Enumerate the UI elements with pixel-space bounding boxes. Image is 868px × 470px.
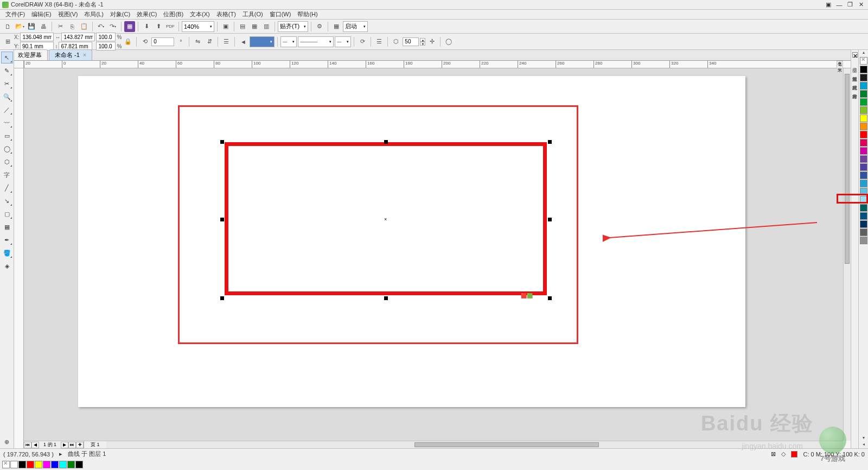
redo-button[interactable]: ↷▾ bbox=[107, 21, 118, 32]
freehand-tool[interactable]: ／ bbox=[1, 104, 13, 116]
docker-tab-obj-styles[interactable]: 对象样式 bbox=[851, 79, 858, 84]
color-swatch[interactable] bbox=[860, 66, 867, 73]
doc-color-swatch[interactable] bbox=[75, 461, 83, 468]
color-swatch[interactable] bbox=[860, 204, 867, 212]
ellipse-tool[interactable]: ◯ bbox=[1, 143, 13, 155]
publish-pdf-button[interactable]: PDF bbox=[165, 21, 176, 32]
app-launcher-icon[interactable]: ▦ bbox=[331, 21, 342, 32]
connector-tool[interactable]: ↘ bbox=[1, 195, 13, 207]
selection-handle-w[interactable] bbox=[220, 218, 224, 221]
outline-spinner[interactable]: ▴▾ bbox=[420, 38, 425, 46]
open-button[interactable]: 📂▾ bbox=[14, 21, 25, 32]
menu-layout[interactable]: 布局(L) bbox=[81, 10, 106, 18]
color-swatch[interactable] bbox=[860, 74, 867, 81]
mirror-h-button[interactable]: ⇋ bbox=[192, 36, 203, 47]
units-label[interactable]: 毫米 bbox=[837, 61, 843, 68]
tab-welcome[interactable]: 欢迎屏幕 bbox=[12, 49, 48, 60]
scale-x-input[interactable] bbox=[96, 33, 116, 41]
new-button[interactable]: 🗋 bbox=[2, 21, 13, 32]
scrollbar-thumb[interactable] bbox=[845, 74, 850, 264]
selection-center-icon[interactable]: × bbox=[384, 217, 387, 222]
order-button[interactable]: ☰ bbox=[221, 36, 232, 47]
drop-shadow-tool[interactable]: ▢ bbox=[1, 208, 13, 220]
selection-handle-sw[interactable] bbox=[220, 296, 224, 300]
parallel-dim-tool[interactable]: ╱ bbox=[1, 182, 13, 194]
save-button[interactable]: 💾 bbox=[26, 21, 37, 32]
color-swatch[interactable] bbox=[860, 163, 867, 171]
doc-color-swatch[interactable] bbox=[18, 461, 26, 468]
menu-window[interactable]: 窗口(W) bbox=[266, 10, 295, 18]
outline-color-swatch[interactable] bbox=[791, 451, 797, 458]
transparency-tool[interactable]: ▦ bbox=[1, 221, 13, 233]
object-props-button[interactable]: ◯ bbox=[443, 36, 454, 47]
line-start-combo[interactable]: —▾ bbox=[280, 36, 297, 47]
color-eyedrop-tool[interactable]: ✒ bbox=[1, 234, 13, 246]
wrap-text-button[interactable]: ☰ bbox=[374, 36, 385, 47]
doc-color-swatch[interactable] bbox=[10, 461, 18, 468]
menu-bitmap[interactable]: 位图(B) bbox=[160, 10, 187, 18]
color-swatch[interactable] bbox=[860, 147, 867, 155]
lock-ratio-button[interactable]: 🔒 bbox=[123, 36, 133, 47]
page-first-button[interactable]: ⏮ bbox=[24, 442, 31, 448]
x-position-input[interactable] bbox=[20, 33, 54, 41]
color-swatch[interactable] bbox=[860, 115, 867, 122]
tab-close-icon[interactable]: × bbox=[83, 52, 86, 58]
undo-button[interactable]: ↶▾ bbox=[95, 21, 106, 32]
color-swatch[interactable] bbox=[860, 139, 867, 147]
docker-tab-obj-distrib[interactable]: 对象分布 bbox=[851, 88, 858, 92]
docker-tab-hints[interactable]: 提示 bbox=[851, 62, 858, 66]
close-curve-button[interactable]: ⟳ bbox=[357, 36, 368, 47]
rectangle-tool[interactable]: ▭ bbox=[1, 130, 13, 142]
palette-scroll-down[interactable]: ▾ bbox=[860, 435, 867, 442]
outline-icon[interactable]: ◇ bbox=[781, 450, 786, 458]
close-button[interactable]: ✕ bbox=[856, 1, 866, 9]
menu-help[interactable]: 帮助(H) bbox=[294, 10, 321, 18]
cut-button[interactable]: ✂ bbox=[55, 21, 66, 32]
line-end-combo[interactable]: —▾ bbox=[335, 36, 351, 47]
color-swatch[interactable] bbox=[860, 180, 867, 187]
fullscreen-button[interactable]: ▣ bbox=[220, 21, 231, 32]
start-arrow-combo[interactable]: ▾ bbox=[250, 36, 275, 47]
vertical-scrollbar[interactable] bbox=[843, 68, 851, 441]
print-button[interactable]: 🖶 bbox=[38, 21, 49, 32]
menu-edit[interactable]: 编辑(E) bbox=[28, 10, 55, 18]
outline-plus-button[interactable]: ✢ bbox=[426, 36, 437, 47]
selection-handle-n[interactable] bbox=[384, 140, 388, 144]
docker-tab-obj-props[interactable]: 对象属性 bbox=[851, 71, 858, 75]
doc-color-swatch[interactable] bbox=[27, 461, 34, 468]
page-prev-button[interactable]: ◀ bbox=[31, 442, 39, 448]
interactive-fill-tool[interactable]: 🪣 bbox=[1, 247, 13, 259]
snap-combo[interactable]: 贴齐(T)▾ bbox=[278, 21, 308, 32]
palette-expand[interactable]: ◂ bbox=[860, 442, 867, 448]
drawing-page[interactable]: × 🟥🟩 bbox=[78, 76, 745, 407]
color-swatch[interactable] bbox=[860, 90, 867, 98]
selection-handle-se[interactable] bbox=[548, 296, 552, 300]
menu-object[interactable]: 对象(C) bbox=[107, 10, 133, 18]
color-swatch[interactable] bbox=[860, 172, 867, 179]
color-swatch[interactable] bbox=[860, 82, 867, 90]
mirror-v-button[interactable]: ⇵ bbox=[204, 36, 215, 47]
width-input[interactable] bbox=[61, 33, 95, 41]
pick-tool[interactable]: ↖ bbox=[1, 52, 13, 63]
doc-color-swatch[interactable] bbox=[35, 461, 42, 468]
show-grid-button[interactable]: ▦ bbox=[249, 21, 260, 32]
zoom-tool[interactable]: 🔍 bbox=[1, 91, 13, 103]
scale-y-input[interactable] bbox=[96, 42, 116, 50]
page-add-button[interactable]: ✚ bbox=[76, 442, 84, 448]
line-style-combo[interactable]: ————▾ bbox=[298, 36, 334, 47]
horizontal-scrollbar[interactable] bbox=[24, 441, 843, 448]
color-swatch[interactable] bbox=[860, 106, 867, 114]
copy-button[interactable]: ⎘ bbox=[67, 21, 78, 32]
menu-table[interactable]: 表格(T) bbox=[213, 10, 239, 18]
color-swatch[interactable] bbox=[860, 212, 867, 220]
canvas[interactable]: × 🟥🟩 bbox=[24, 68, 843, 441]
minimize-button[interactable]: — bbox=[834, 1, 844, 9]
import-button[interactable]: ⬇ bbox=[141, 21, 152, 32]
vertical-ruler[interactable] bbox=[14, 68, 24, 448]
paste-button[interactable]: 📋 bbox=[79, 21, 90, 32]
menu-text[interactable]: 文本(X) bbox=[187, 10, 213, 18]
scrollbar-thumb[interactable] bbox=[414, 442, 599, 447]
page-tab-1[interactable]: 页 1 bbox=[84, 441, 106, 448]
selection-handle-ne[interactable] bbox=[548, 140, 552, 144]
overflow-icon[interactable]: ▣ bbox=[824, 1, 833, 9]
